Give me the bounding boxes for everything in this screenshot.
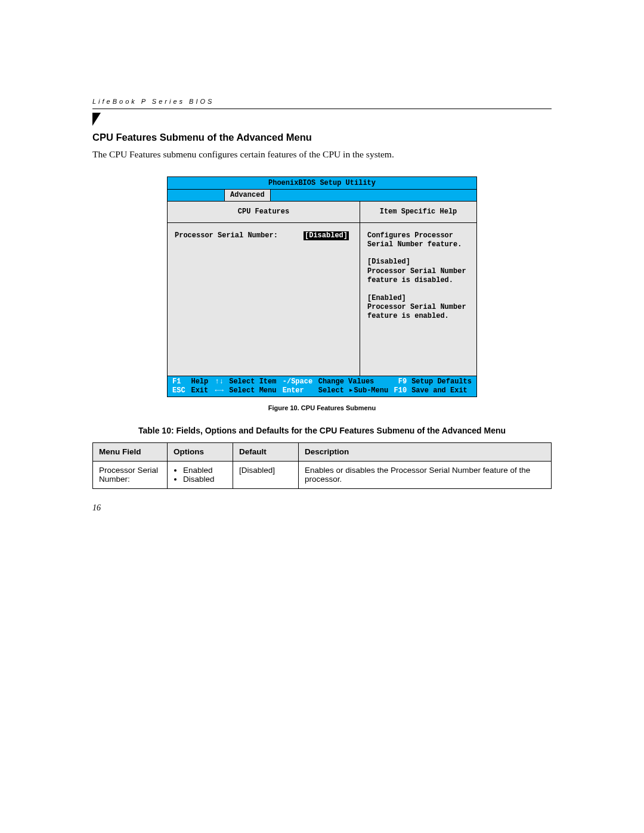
section-title: CPU Features Submenu of the Advanced Men… <box>92 132 552 143</box>
desc-exit: Exit <box>191 386 208 395</box>
page: LifeBook P Series BIOS CPU Features Subm… <box>0 0 644 549</box>
option-item: Enabled <box>183 466 227 475</box>
key-space: -/Space <box>283 377 312 386</box>
cell-default: [Disabled] <box>233 462 299 489</box>
bios-help-body: Configures Processor Serial Number featu… <box>360 223 476 376</box>
bios-field-label: Processor Serial Number: <box>175 231 304 240</box>
bios-help-p1: Configures Processor Serial Number featu… <box>367 231 470 250</box>
bios-tab-advanced[interactable]: Advanced <box>224 190 271 201</box>
running-header: LifeBook P Series BIOS <box>92 95 552 109</box>
corner-glyph-icon <box>92 113 101 126</box>
bios-help-title: Item Specific Help <box>360 202 476 222</box>
bios-window: PhoenixBIOS Setup Utility Advanced CPU F… <box>167 176 477 397</box>
table-caption: Table 10: Fields, Options and Defaults f… <box>92 426 552 435</box>
bios-left-panel: CPU Features Processor Serial Number: [D… <box>168 202 360 375</box>
th-default: Default <box>233 443 299 462</box>
options-table: Menu Field Options Default Description P… <box>92 442 552 489</box>
desc-setup-defaults: Setup Defaults <box>411 377 472 386</box>
bios-body: CPU Features Processor Serial Number: [D… <box>167 202 477 376</box>
bios-footer: F1 Help ↑↓ Select Item -/Space Change Va… <box>167 376 477 398</box>
bios-help-p3a: [Enabled] <box>367 294 470 303</box>
bios-title: PhoenixBIOS Setup Utility <box>167 176 477 189</box>
desc-help: Help <box>191 377 208 386</box>
cell-menu-field: Processor Serial Number: <box>93 462 168 489</box>
bios-help-p2a: [Disabled] <box>367 258 470 267</box>
section-intro: The CPU Features submenu configures cert… <box>92 149 552 160</box>
bios-help-p2: [Disabled] Processor Serial Number featu… <box>367 258 470 285</box>
key-enter: Enter <box>283 386 304 395</box>
cell-description: Enables or disables the Processor Serial… <box>299 462 552 489</box>
bios-help-p2b: Processor Serial Number feature is disab… <box>367 267 470 286</box>
bios-field-row[interactable]: Processor Serial Number: [Disabled] <box>175 231 352 240</box>
key-updown: ↑↓ <box>215 377 224 386</box>
desc-select-menu: Select Menu <box>229 386 276 395</box>
key-f9: F9 <box>398 377 407 386</box>
th-options: Options <box>168 443 233 462</box>
th-menu-field: Menu Field <box>93 443 168 462</box>
bios-help-panel: Item Specific Help Configures Processor … <box>360 202 476 375</box>
table-row: Processor Serial Number: Enabled Disable… <box>93 462 552 489</box>
key-f10: F10 <box>394 386 407 395</box>
figure-caption: Figure 10. CPU Features Submenu <box>92 404 552 411</box>
key-esc: ESC <box>172 386 185 395</box>
page-number: 16 <box>92 503 101 513</box>
th-description: Description <box>299 443 552 462</box>
bios-left-body: Processor Serial Number: [Disabled] <box>168 223 360 376</box>
table-header-row: Menu Field Options Default Description <box>93 443 552 462</box>
key-leftright: ←→ <box>215 386 224 395</box>
bios-left-title: CPU Features <box>168 202 360 222</box>
cell-options: Enabled Disabled <box>168 462 233 489</box>
desc-save-exit: Save and Exit <box>411 386 467 395</box>
bios-screenshot: PhoenixBIOS Setup Utility Advanced CPU F… <box>92 176 552 397</box>
bios-menubar: Advanced <box>167 189 477 202</box>
triangle-right-icon <box>348 386 354 395</box>
bios-help-p3: [Enabled] Processor Serial Number featur… <box>367 294 470 321</box>
bios-field-value-selected[interactable]: [Disabled] <box>304 231 349 240</box>
running-header-text: LifeBook P Series BIOS <box>92 98 214 105</box>
key-f1: F1 <box>172 377 181 386</box>
desc-change-values: Change Values <box>318 377 374 386</box>
bios-help-p3b: Processor Serial Number feature is enabl… <box>367 303 470 321</box>
option-item: Disabled <box>183 475 227 484</box>
desc-select-sub-menu: Select Sub-Menu <box>318 386 388 395</box>
desc-select-item: Select Item <box>229 377 276 386</box>
